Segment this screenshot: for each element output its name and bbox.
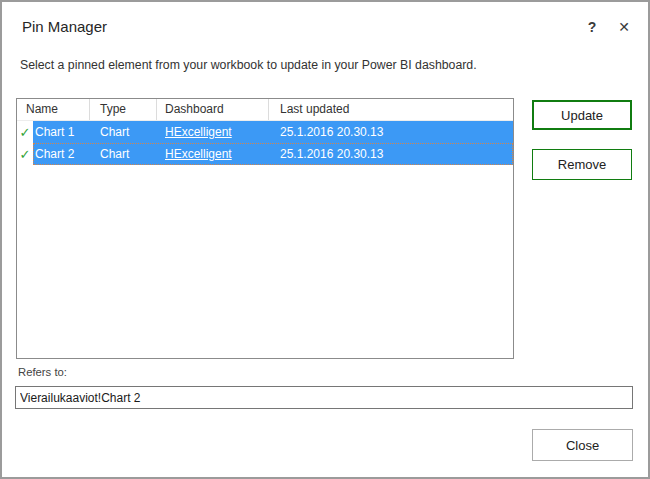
- column-header-last-updated[interactable]: Last updated: [269, 99, 513, 120]
- cell-last-updated: 25.1.2016 20.30.13: [269, 147, 513, 161]
- dashboard-link[interactable]: HExcelligent: [165, 147, 232, 161]
- dialog-title: Pin Manager: [22, 18, 107, 35]
- cell-type: Chart: [90, 125, 157, 139]
- dialog-description: Select a pinned element from your workbo…: [20, 58, 477, 72]
- refers-to-label: Refers to:: [18, 366, 67, 378]
- column-header-type[interactable]: Type: [90, 99, 157, 120]
- cell-last-updated: 25.1.2016 20.30.13: [269, 125, 513, 139]
- cell-type: Chart: [90, 147, 157, 161]
- help-icon[interactable]: ?: [584, 18, 600, 36]
- column-header-name[interactable]: Name: [17, 99, 90, 120]
- table-row[interactable]: ✓ Chart 1 Chart HExcelligent 25.1.2016 2…: [17, 121, 513, 143]
- dashboard-link[interactable]: HExcelligent: [165, 125, 232, 139]
- titlebar-controls: ? ✕: [584, 18, 632, 36]
- pinned-elements-list: Name Type Dashboard Last updated ✓ Chart…: [16, 98, 514, 359]
- column-header-dashboard[interactable]: Dashboard: [157, 99, 269, 120]
- table-row[interactable]: ✓ Chart 2 Chart HExcelligent 25.1.2016 2…: [17, 143, 513, 165]
- row-selection[interactable]: Chart 1 Chart HExcelligent 25.1.2016 20.…: [33, 121, 513, 143]
- remove-button[interactable]: Remove: [532, 149, 632, 180]
- close-button[interactable]: Close: [532, 429, 633, 461]
- cell-dashboard: HExcelligent: [157, 147, 269, 161]
- refers-to-input[interactable]: [15, 386, 633, 409]
- cell-name: Chart 2: [33, 147, 90, 161]
- check-icon: ✓: [17, 121, 33, 143]
- close-icon[interactable]: ✕: [616, 18, 632, 36]
- update-button[interactable]: Update: [532, 100, 632, 130]
- cell-dashboard: HExcelligent: [157, 125, 269, 139]
- row-selection[interactable]: Chart 2 Chart HExcelligent 25.1.2016 20.…: [33, 143, 513, 165]
- list-header: Name Type Dashboard Last updated: [17, 99, 513, 121]
- cell-name: Chart 1: [33, 125, 90, 139]
- check-icon: ✓: [17, 143, 33, 165]
- pin-manager-dialog: Pin Manager ? ✕ Select a pinned element …: [0, 0, 650, 479]
